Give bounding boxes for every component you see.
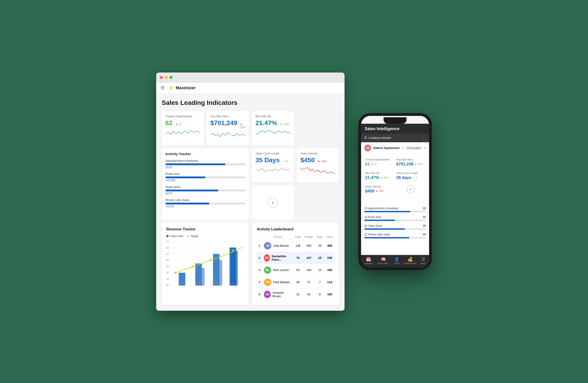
appt-cell: 10 — [315, 264, 325, 276]
rank-cell: 3 — [257, 264, 262, 276]
phone-kpi-change: ▲ 10% — [380, 176, 388, 179]
emails-cell: 293 — [303, 240, 315, 252]
kpi-card-win-rate: Win Rate ($) 21.47% ▲ 10% — [252, 111, 294, 146]
svg-point-18 — [232, 250, 234, 251]
phone-more-icon[interactable]: ⋮ — [422, 135, 426, 140]
phone-nav-opportunities-label: Opportunities — [404, 262, 417, 265]
phone-nav-sales-intelli[interactable]: 🧠 Sales Intelli... — [377, 257, 390, 265]
menu-icon[interactable]: ☰ — [161, 85, 165, 90]
revenue-tracker-card: Revenue Tracker Sales total Target 7 — [162, 223, 249, 305]
owner-cell: SF Samantha Feeri... — [262, 252, 293, 264]
leaderboard-table: Owner Calls Emails Appt. Total 1 JB Juli… — [257, 234, 335, 301]
calendar-icon: 📅 — [366, 257, 371, 262]
phone-body: SA Sabine Appelmans ▼ This Quarter ▼ Cre… — [361, 142, 429, 255]
table-row: 3 RL Rick Larson 50 100 10 160 — [257, 264, 335, 276]
phone-nav-calendar[interactable]: 📅 Calendar — [364, 257, 373, 265]
chart-legend: Sales total Target — [166, 234, 244, 238]
phone-kpi-grid: Created Opportunities 62 ▲ 12 Avg Opp Va… — [361, 154, 429, 198]
emails-cell: 100 — [303, 264, 315, 276]
appt-cell: 6 — [315, 288, 325, 300]
phone-screen: Sales Intelligence ☰ Leading Indicator ⋮… — [361, 116, 429, 267]
phone-nav-sales-intelli-label: Sales Intelli... — [377, 262, 390, 265]
phone-kpi-value: 21.47% — [365, 175, 379, 180]
owner-cell: JB Julia Breuer — [262, 240, 293, 252]
sparkline-sales-velocity — [300, 164, 335, 175]
owner-name: Paul Battaini — [273, 280, 290, 284]
owner-name: Amanda Brown — [273, 291, 291, 298]
col-rank — [257, 234, 262, 240]
phone-mockup: Sales Intelligence ☰ Leading Indicator ⋮… — [358, 113, 432, 270]
opportunities-icon: 💰 — [408, 257, 413, 262]
phone-kpi-avg-opp: Avg Opp Value $701,249 ▲ 12% — [395, 156, 426, 169]
activity-value: 147/294 — [165, 179, 245, 182]
activity-label: Phone calls made — [165, 198, 245, 202]
phone-kpi-label: Sales Cycle Length — [396, 172, 425, 174]
svg-rect-12 — [220, 260, 222, 286]
owner-name: Rick Larson — [273, 268, 289, 272]
phone-nav-menu[interactable]: ☰ Menu — [421, 257, 426, 265]
phone-nav-leads-label: Leads — [394, 262, 400, 265]
maximize-button[interactable] — [169, 76, 172, 79]
phone-nav-opportunities[interactable]: 💰 Opportunities — [404, 257, 417, 265]
phone-dots-menu[interactable]: ··· — [361, 198, 429, 204]
kpi-change: — 0 — [283, 160, 288, 163]
svg-text:Jan: Jan — [180, 282, 184, 285]
leaderboard-title: Activity Leaderboard — [257, 227, 335, 231]
calls-cell: 146 — [293, 240, 303, 252]
phone-kpi-change: ▲ 12% — [414, 163, 423, 165]
phone-kpi-sales-velocity: Sales Velocity $450 ▼ 10% — [364, 183, 395, 196]
owner-cell: RL Rick Larson — [262, 264, 293, 276]
app-header: ☰ ⚡ Maximizer — [156, 83, 345, 94]
phone-activity-section: 15 Appointments scheduled 20 10 Email se… — [361, 204, 429, 244]
activity-tracker-title: Activity Tracker — [165, 152, 245, 156]
table-row: 1 JB Julia Breuer 146 293 29 468 — [257, 240, 335, 252]
phone-kpi-label: Sales Velocity — [365, 185, 394, 188]
activity-label: Tasks done — [165, 185, 245, 189]
table-row: 5 AB Amanda Brown 31 63 6 100 — [257, 288, 335, 300]
phone-nav-label: Leading Indicator — [368, 136, 391, 139]
activity-item-appointments: Appointments scheduled 15/20 — [165, 159, 245, 169]
phone-activity-appointments: 15 Appointments scheduled 20 — [364, 207, 426, 212]
owner-name: Julia Breuer — [273, 244, 289, 247]
phone-activity-calls: 22 Phone calls made 30 — [364, 233, 426, 238]
activity-item-tasks: Tasks done 50/75 — [165, 185, 245, 195]
appt-cell: 15 — [315, 252, 325, 264]
phone-add-kpi-button[interactable]: + — [407, 185, 415, 193]
svg-rect-10 — [202, 268, 205, 286]
activity-item-email: Email sent 147/294 — [165, 172, 245, 182]
add-kpi-button[interactable]: + — [268, 198, 278, 208]
avatar: JB — [264, 242, 271, 249]
total-cell: 100 — [325, 288, 335, 300]
emails-cell: 63 — [303, 288, 315, 300]
phone-header-title: Sales Intelligence — [365, 126, 425, 131]
phone-activity-num: 20 — [423, 215, 426, 219]
phone-kpi-row: 35 days — 0 — [396, 175, 425, 180]
kpi-label: Sales Cycle Length — [255, 152, 290, 155]
phone-user-dropdown-icon[interactable]: ▼ — [401, 147, 404, 149]
sparkline-win-rate — [255, 127, 290, 138]
col-owner: Owner — [262, 234, 293, 240]
leads-icon: 👤 — [394, 257, 399, 262]
kpi-value: $701,249 — [210, 119, 237, 127]
app-content: Sales Leading Indicators Created Opportu… — [156, 94, 345, 311]
revenue-tracker-title: Revenue Tracker — [166, 227, 244, 231]
phone-quarter-dropdown-icon: ▼ — [423, 147, 426, 149]
activity-label: Email sent — [165, 172, 245, 175]
bar-chart-svg: Jan Feb Mar Apr — [173, 241, 244, 287]
kpi-card-created-opp: Created Opportunities 62 ▲ 12 — [162, 111, 204, 146]
phone-activity-num: 20 — [423, 207, 426, 210]
phone-activity-num: 30 — [423, 233, 426, 236]
legend-label-sales: Sales total — [170, 234, 183, 238]
phone-nav-leads[interactable]: 👤 Leads — [394, 257, 400, 265]
svg-point-15 — [175, 272, 176, 273]
table-row: 2 SF Samantha Feeri... 74 147 15 236 — [257, 252, 335, 264]
phone-nav-left: ☰ Leading Indicator — [364, 136, 391, 139]
phone-activity-tasks: 20 Tasks done 30 — [364, 224, 426, 230]
phone-kpi-value: $701,249 — [396, 162, 413, 167]
kpi-label: Created Opportunities — [165, 115, 200, 118]
avatar: PB — [264, 279, 271, 286]
phone-menu-icon[interactable]: ☰ — [364, 136, 367, 139]
minimize-button[interactable] — [165, 76, 168, 79]
phone-quarter-selector[interactable]: This Quarter ▼ — [405, 146, 426, 150]
close-button[interactable] — [160, 76, 163, 79]
